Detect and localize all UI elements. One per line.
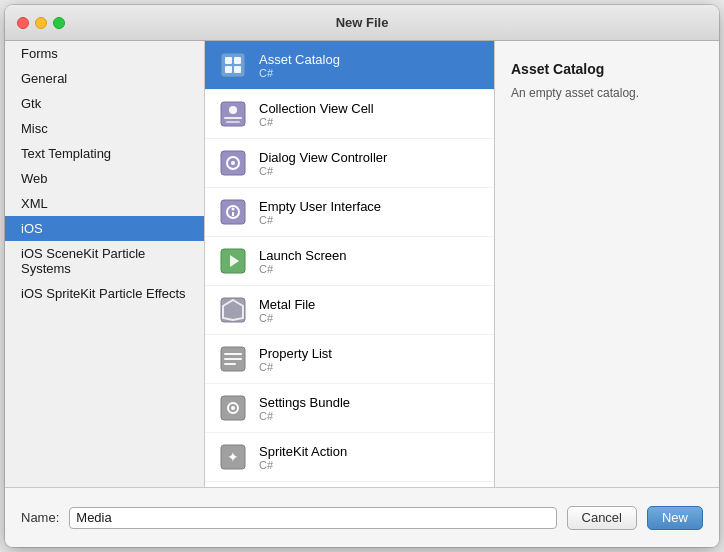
file-title-empty-user-interface: Empty User Interface <box>259 199 482 214</box>
file-icon-spritekit-action: ✦ <box>217 441 249 473</box>
file-title-spritekit-action: SpriteKit Action <box>259 444 482 459</box>
name-input[interactable] <box>69 507 556 529</box>
svg-rect-2 <box>234 57 241 64</box>
file-item-dialog-view-controller[interactable]: Dialog View ControllerC# <box>205 139 494 188</box>
file-info-dialog-view-controller: Dialog View ControllerC# <box>259 150 482 177</box>
file-icon-dialog-view-controller <box>217 147 249 179</box>
sidebar-item-ios-spritekit[interactable]: iOS SpriteKit Particle Effects <box>5 281 204 306</box>
titlebar: New File <box>5 5 719 41</box>
svg-rect-8 <box>226 121 240 123</box>
svg-rect-0 <box>221 53 245 77</box>
file-icon-settings-bundle <box>217 392 249 424</box>
file-title-asset-catalog: Asset Catalog <box>259 52 482 67</box>
file-subtitle-collection-view-cell: C# <box>259 116 482 128</box>
file-subtitle-dialog-view-controller: C# <box>259 165 482 177</box>
file-item-metal-file[interactable]: Metal FileC# <box>205 286 494 335</box>
file-title-settings-bundle: Settings Bundle <box>259 395 482 410</box>
sidebar-item-gtk[interactable]: Gtk <box>5 91 204 116</box>
file-subtitle-asset-catalog: C# <box>259 67 482 79</box>
traffic-lights <box>17 17 65 29</box>
sidebar-item-text-templating[interactable]: Text Templating <box>5 141 204 166</box>
file-info-property-list: Property ListC# <box>259 346 482 373</box>
svg-rect-3 <box>225 66 232 73</box>
file-info-asset-catalog: Asset CatalogC# <box>259 52 482 79</box>
svg-point-11 <box>231 161 235 165</box>
svg-point-26 <box>231 406 235 410</box>
file-info-settings-bundle: Settings BundleC# <box>259 395 482 422</box>
file-title-metal-file: Metal File <box>259 297 482 312</box>
file-item-empty-user-interface[interactable]: Empty User InterfaceC# <box>205 188 494 237</box>
file-item-launch-screen[interactable]: Launch ScreenC# <box>205 237 494 286</box>
minimize-button[interactable] <box>35 17 47 29</box>
content-area: FormsGeneralGtkMiscText TemplatingWebXML… <box>5 41 719 487</box>
sidebar: FormsGeneralGtkMiscText TemplatingWebXML… <box>5 41 205 487</box>
sidebar-item-general[interactable]: General <box>5 66 204 91</box>
file-title-dialog-view-controller: Dialog View Controller <box>259 150 482 165</box>
file-subtitle-empty-user-interface: C# <box>259 214 482 226</box>
detail-panel: Asset Catalog An empty asset catalog. <box>495 41 719 487</box>
maximize-button[interactable] <box>53 17 65 29</box>
sidebar-item-ios[interactable]: iOS <box>5 216 204 241</box>
svg-rect-4 <box>234 66 241 73</box>
file-info-spritekit-action: SpriteKit ActionC# <box>259 444 482 471</box>
detail-title: Asset Catalog <box>511 61 703 77</box>
sidebar-item-forms[interactable]: Forms <box>5 41 204 66</box>
new-file-dialog: New File FormsGeneralGtkMiscText Templat… <box>5 5 719 547</box>
file-subtitle-property-list: C# <box>259 361 482 373</box>
svg-point-6 <box>229 106 237 114</box>
file-info-launch-screen: Launch ScreenC# <box>259 248 482 275</box>
file-subtitle-metal-file: C# <box>259 312 482 324</box>
file-icon-launch-screen <box>217 245 249 277</box>
file-item-spritekit-action[interactable]: ✦SpriteKit ActionC# <box>205 433 494 482</box>
name-label: Name: <box>21 510 59 525</box>
file-item-collection-view-cell[interactable]: Collection View CellC# <box>205 90 494 139</box>
file-icon-property-list <box>217 343 249 375</box>
sidebar-item-xml[interactable]: XML <box>5 191 204 216</box>
file-info-empty-user-interface: Empty User InterfaceC# <box>259 199 482 226</box>
svg-rect-23 <box>224 363 236 365</box>
close-button[interactable] <box>17 17 29 29</box>
window-title: New File <box>336 15 389 30</box>
file-icon-metal-file <box>217 294 249 326</box>
sidebar-item-ios-scenekit[interactable]: iOS SceneKit Particle Systems <box>5 241 204 281</box>
file-subtitle-settings-bundle: C# <box>259 410 482 422</box>
file-icon-collection-view-cell <box>217 98 249 130</box>
file-icon-asset-catalog <box>217 49 249 81</box>
svg-rect-22 <box>224 358 242 360</box>
cancel-button[interactable]: Cancel <box>567 506 637 530</box>
file-title-collection-view-cell: Collection View Cell <box>259 101 482 116</box>
file-subtitle-launch-screen: C# <box>259 263 482 275</box>
svg-point-14 <box>232 208 235 211</box>
file-title-property-list: Property List <box>259 346 482 361</box>
svg-rect-21 <box>224 353 242 355</box>
file-list: Asset CatalogC#Collection View CellC#Dia… <box>205 41 495 487</box>
file-title-launch-screen: Launch Screen <box>259 248 482 263</box>
sidebar-item-misc[interactable]: Misc <box>5 116 204 141</box>
file-icon-empty-user-interface <box>217 196 249 228</box>
svg-rect-7 <box>224 117 242 119</box>
file-subtitle-spritekit-action: C# <box>259 459 482 471</box>
file-item-settings-bundle[interactable]: Settings BundleC# <box>205 384 494 433</box>
file-item-property-list[interactable]: Property ListC# <box>205 335 494 384</box>
file-info-collection-view-cell: Collection View CellC# <box>259 101 482 128</box>
bottom-bar: Name: Cancel New <box>5 487 719 547</box>
file-info-metal-file: Metal FileC# <box>259 297 482 324</box>
svg-text:✦: ✦ <box>227 449 239 465</box>
new-button[interactable]: New <box>647 506 703 530</box>
svg-rect-1 <box>225 57 232 64</box>
detail-description: An empty asset catalog. <box>511 85 703 102</box>
file-item-asset-catalog[interactable]: Asset CatalogC# <box>205 41 494 90</box>
sidebar-item-web[interactable]: Web <box>5 166 204 191</box>
